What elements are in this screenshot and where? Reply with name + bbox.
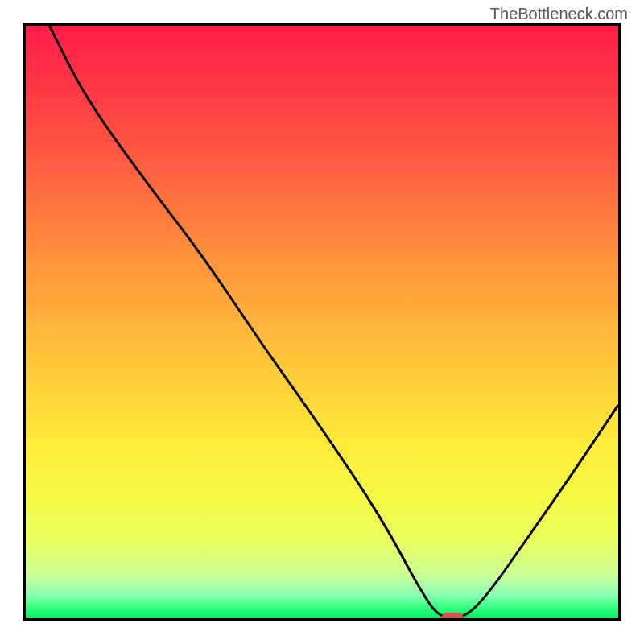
chart-container: TheBottleneck.com — [0, 0, 644, 644]
curve-svg — [26, 26, 618, 618]
watermark-text: TheBottleneck.com — [490, 5, 628, 23]
optimal-marker — [441, 613, 464, 621]
bottleneck-curve — [49, 26, 618, 618]
plot-area — [23, 23, 621, 621]
